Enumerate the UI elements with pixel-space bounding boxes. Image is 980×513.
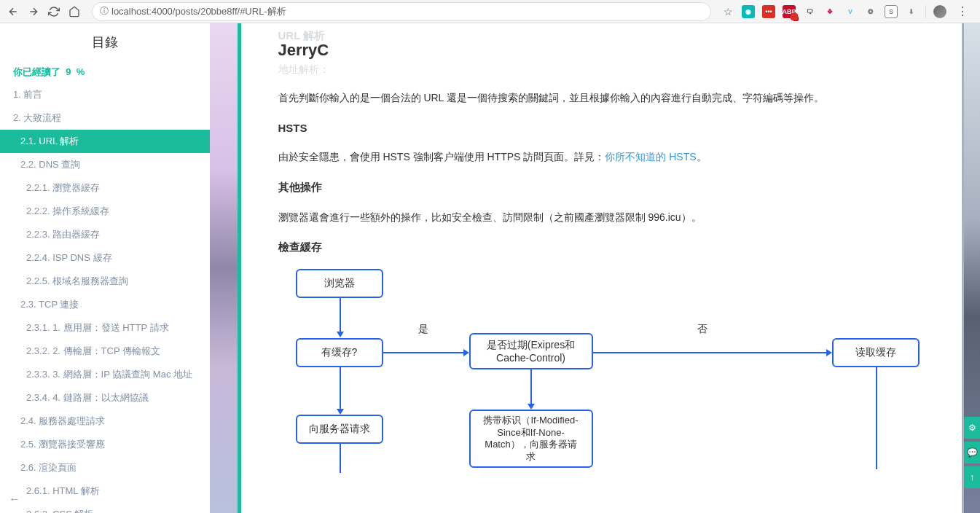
toc-item-10[interactable]: 2.3.1. 1. 應用層：發送 HTTP 請求 xyxy=(0,316,210,340)
toc-item-15[interactable]: 2.5. 瀏覽器接受響應 xyxy=(0,433,210,456)
flowchart-expired-box: 是否过期(Exipres和Cache-Control) xyxy=(469,333,593,369)
profile-avatar[interactable] xyxy=(933,5,946,18)
extension-icon-3[interactable]: 🗨 xyxy=(803,5,816,18)
float-action-buttons: ⚙ 💬 ↑ xyxy=(964,417,980,491)
bookmark-star-icon[interactable]: ☆ xyxy=(721,5,734,18)
extension-icon-4[interactable]: ❖ xyxy=(823,5,836,18)
paragraph-1: 首先判斷你輸入的是一個合法的 URL 還是一個待搜索的關鍵詞，並且根據你輸入的內… xyxy=(278,90,918,107)
toc-item-3[interactable]: 2.2. DNS 查詢 xyxy=(0,153,210,176)
sidebar-back-icon[interactable]: ← xyxy=(9,493,20,506)
hsts-link[interactable]: 你所不知道的 HSTS xyxy=(605,151,696,162)
toc-item-5[interactable]: 2.2.2. 操作系統緩存 xyxy=(0,200,210,223)
toc-item-18[interactable]: 2.6.2. CSS 解析 xyxy=(0,503,210,513)
flowchart-has-cache-box: 有缓存? xyxy=(296,338,383,367)
extension-bar: ☆ ◉ ••• ABP1 🗨 ❖ V ❂ S ⬇ ⋮ xyxy=(721,4,974,18)
toc-item-11[interactable]: 2.3.2. 2. 傳輸層：TCP 傳輸報文 xyxy=(0,340,210,363)
toc-sidebar: 目錄 你已經讀了 9 % 1. 前言2. 大致流程2.1. URL 解析2.2.… xyxy=(0,23,210,513)
flowchart-yes-label: 是 xyxy=(418,323,428,336)
toc-item-6[interactable]: 2.2.3. 路由器緩存 xyxy=(0,223,210,246)
flowchart-read-cache-box: 读取缓存 xyxy=(832,338,920,367)
toc-item-7[interactable]: 2.2.4. ISP DNS 緩存 xyxy=(0,246,210,270)
paragraph-3: 瀏覽器還會進行一些額外的操作，比如安全檢查、訪問限制（之前國產瀏覽器限制 996… xyxy=(278,209,918,227)
article-content: URL 解析 JerryC 地址解析： 首先判斷你輸入的是一個合法的 URL 還… xyxy=(238,23,959,513)
heading-cache: 檢查緩存 xyxy=(278,240,918,254)
toc-item-16[interactable]: 2.6. 渲染頁面 xyxy=(0,456,210,479)
abp-extension-icon[interactable]: ABP1 xyxy=(783,5,796,18)
extension-icon-5[interactable]: V xyxy=(844,5,857,18)
toc-item-13[interactable]: 2.3.4. 4. 鏈路層：以太網協議 xyxy=(0,386,210,410)
settings-float-button[interactable]: ⚙ xyxy=(964,417,980,439)
extension-icon-2[interactable]: ••• xyxy=(762,5,775,18)
blog-title[interactable]: JerryC xyxy=(278,41,329,60)
toc-title: 目錄 xyxy=(0,23,210,61)
paragraph-2: 由於安全隱患，會使用 HSTS 強制客户端使用 HTTPS 訪問頁面。詳見：你所… xyxy=(278,149,918,166)
forward-button[interactable] xyxy=(26,4,41,19)
chrome-menu-icon[interactable]: ⋮ xyxy=(954,4,971,18)
extension-icon-1[interactable]: ◉ xyxy=(742,5,755,18)
scroll-top-float-button[interactable]: ↑ xyxy=(964,466,980,488)
heading-other: 其他操作 xyxy=(278,181,918,195)
comment-float-button[interactable]: 💬 xyxy=(964,442,980,463)
back-button[interactable] xyxy=(6,4,20,19)
download-icon[interactable]: ⬇ xyxy=(905,5,918,18)
url-host: localhost:4000/posts/20bbe8ff/#URL-解析 xyxy=(111,5,286,18)
toc-item-9[interactable]: 2.3. TCP 連接 xyxy=(0,293,210,316)
toc-item-1[interactable]: 2. 大致流程 xyxy=(0,106,210,130)
flowchart-browser-box: 浏览器 xyxy=(296,269,383,298)
site-info-icon[interactable]: ⓘ xyxy=(100,5,109,17)
flowchart-no-label: 否 xyxy=(697,323,707,336)
toc-item-0[interactable]: 1. 前言 xyxy=(0,83,210,106)
toc-item-14[interactable]: 2.4. 服務器處理請求 xyxy=(0,410,210,433)
browser-toolbar: ⓘ localhost:4000/posts/20bbe8ff/#URL-解析 … xyxy=(0,0,980,23)
address-bar[interactable]: ⓘ localhost:4000/posts/20bbe8ff/#URL-解析 xyxy=(92,2,711,21)
faded-section-heading: URL 解析 xyxy=(278,29,918,43)
faded-section-text: 地址解析： xyxy=(278,63,918,77)
toc-item-4[interactable]: 2.2.1. 瀏覽器緩存 xyxy=(0,176,210,200)
toc-item-12[interactable]: 2.3.3. 3. 網絡層：IP 協議查詢 Mac 地址 xyxy=(0,363,210,386)
extension-icon-6[interactable]: ❂ xyxy=(864,5,877,18)
home-button[interactable] xyxy=(67,4,82,19)
toc-item-17[interactable]: 2.6.1. HTML 解析 xyxy=(0,479,210,503)
flowchart-conditional-request-box: 携带标识（If-Modified-Since和If-None-Match），向服… xyxy=(469,410,593,468)
reading-progress: 你已經讀了 9 % xyxy=(0,61,210,83)
toc-item-8[interactable]: 2.2.5. 根域名服務器查詢 xyxy=(0,270,210,293)
extension-icon-7[interactable]: S xyxy=(885,5,898,18)
cache-flowchart: 浏览器 有缓存? 是 是否过期(Exipres和Cache-Control) 否 xyxy=(278,269,918,502)
heading-hsts: HSTS xyxy=(278,122,918,134)
flowchart-request-server-box: 向服务器请求 xyxy=(296,415,383,444)
toc-item-2[interactable]: 2.1. URL 解析 xyxy=(0,130,210,153)
reload-button[interactable] xyxy=(47,4,61,19)
